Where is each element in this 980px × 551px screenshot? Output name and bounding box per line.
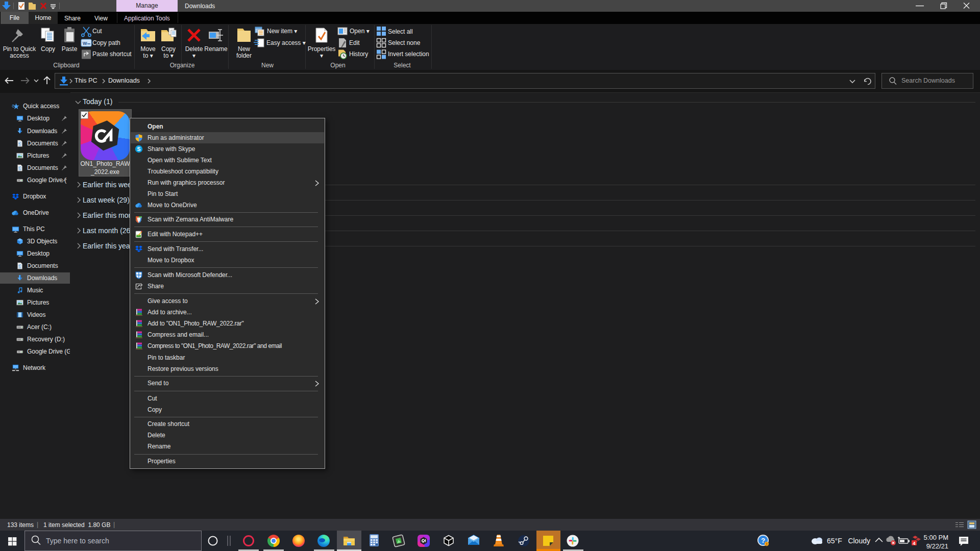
svg-text:?: ? (761, 537, 765, 544)
svg-text:!: ! (766, 542, 768, 546)
